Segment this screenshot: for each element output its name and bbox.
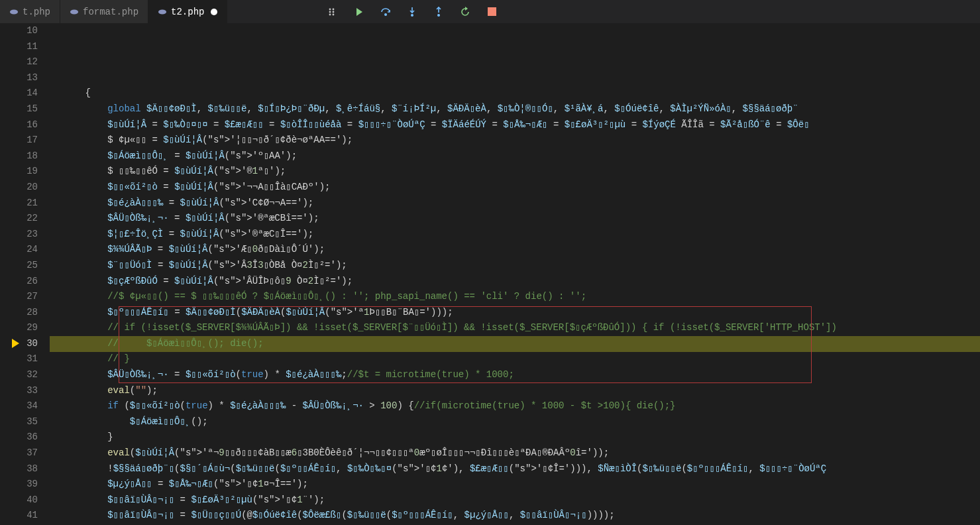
svg-point-5 xyxy=(329,13,331,15)
gutter: 1011121314151617181920212223242526272829… xyxy=(0,23,50,525)
tab-label: t2.php xyxy=(171,7,204,17)
line-number: 23 xyxy=(0,227,38,243)
php-icon xyxy=(9,7,19,17)
code-line[interactable]: $▯º▯▯▯ÁÊ▯í▯ = $Ä▯▯¢øÐ▯Ì($ÄÐÄ▯èÀ($▯ùÚí¦Â(… xyxy=(63,305,980,321)
svg-point-1 xyxy=(70,9,78,14)
step-over-icon[interactable] xyxy=(380,6,392,18)
code-line[interactable]: $▯ùÚí¦Â = $▯‰Ò▯¤▯¤ = $£æ▯Æ▯▯ = $▯òÎÎ▯▯ùé… xyxy=(63,117,980,133)
dirty-indicator-icon xyxy=(211,9,217,15)
line-number: 11 xyxy=(0,39,38,55)
code-line[interactable]: // } xyxy=(63,351,980,367)
line-number: 15 xyxy=(0,101,38,117)
line-number: 36 xyxy=(0,430,38,445)
line-number: 22 xyxy=(0,211,38,227)
code-line[interactable]: $µ¿ý▯Å▯▯ = $▯Å‰¬▯Æ▯("s">'▯¢1¤¬Î=='); xyxy=(63,477,980,493)
code-line[interactable]: $▯é¿àÀ▯▯▯‰ = $▯ùÚí¦Â("s">'C¢Ø¬¬A=='); xyxy=(63,196,980,211)
line-number: 16 xyxy=(0,117,38,133)
code-line[interactable]: global $Ä▯▯¢øÐ▯Ì, $▯‰ü▯▯ë, $▯Í▯Þ¿Þ▯¨ðÐµ,… xyxy=(63,101,980,117)
tab-label: format.php xyxy=(83,7,138,17)
svg-point-3 xyxy=(329,8,331,10)
svg-point-10 xyxy=(411,14,413,17)
line-number: 17 xyxy=(0,133,38,148)
code-line[interactable]: $ÂÜ▯Òß‰¡¸¬· = $▯▯«õí²▯ò(true) * $▯é¿àÀ▯▯… xyxy=(63,367,980,383)
code-line[interactable]: { xyxy=(63,86,980,101)
line-number: 21 xyxy=(0,196,38,211)
editor: 1011121314151617181920212223242526272829… xyxy=(0,23,980,525)
line-number: 38 xyxy=(0,461,38,477)
line-number: 35 xyxy=(0,414,38,430)
line-number: 29 xyxy=(0,320,38,336)
line-number: 39 xyxy=(0,477,38,493)
line-number: 40 xyxy=(0,493,38,508)
code-area[interactable]: { global $Ä▯▯¢øÐ▯Ì, $▯‰ü▯▯ë, $▯Í▯Þ¿Þ▯¨ðÐ… xyxy=(50,23,980,525)
svg-point-11 xyxy=(437,14,440,17)
line-number: 20 xyxy=(0,180,38,196)
line-number: 37 xyxy=(0,445,38,461)
code-line[interactable]: $¾¾ÚÂÃ▯Þ = $▯ùÚí¦Â("s">'Æ▯0ð▯Dàì▯Ô´Ú'); xyxy=(63,242,980,258)
current-line-icon xyxy=(12,339,19,348)
code-line[interactable]: $ ¢µ«▯▯ = $▯ùÚí¦Â("s">'¦▯▯¬▯ð´▯¢ðè¬øªAA=… xyxy=(63,133,980,148)
line-number: 25 xyxy=(0,258,38,274)
line-number: 19 xyxy=(0,164,38,180)
line-number: 27 xyxy=(0,289,38,305)
step-out-icon[interactable] xyxy=(433,6,445,18)
svg-point-7 xyxy=(333,11,335,13)
grip-icon[interactable] xyxy=(327,6,339,18)
code-line[interactable]: //$ ¢µ«▯▯() == $ ▯▯‰▯▯▯êÓ ? $▯Áöæì▯▯Ô▯¸(… xyxy=(63,289,980,305)
code-line[interactable]: } xyxy=(63,430,980,445)
code-line[interactable]: $¦▯£÷Îö¸ÇÌ = $▯ùÚí¦Â("s">'®ªæC▯Î=='); xyxy=(63,227,980,243)
line-number: 24 xyxy=(0,242,38,258)
line-number: 18 xyxy=(0,148,38,164)
svg-point-6 xyxy=(333,8,335,10)
line-number: 34 xyxy=(0,398,38,414)
code-line[interactable]: $ÂÜ▯Òß‰¡¸¬· = $▯ùÚí¦Â("s">'®ªæCBî=='); xyxy=(63,211,980,227)
step-into-icon[interactable] xyxy=(406,6,418,18)
code-line[interactable]: $¨▯▯Üó▯Ì = $▯ùÚí¦Â("s">'Â3Î3▯ÒBå Ò¤2Ì▯²=… xyxy=(63,258,980,274)
line-number: 32 xyxy=(0,367,38,383)
code-line[interactable]: if ($▯▯«õí²▯ò(true) * $▯é¿àÀ▯▯▯‰ - $ÂÜ▯Ò… xyxy=(63,398,980,414)
debug-toolbar xyxy=(327,6,498,18)
svg-point-8 xyxy=(333,13,335,15)
line-number: 14 xyxy=(0,86,38,101)
code-line[interactable]: // if (!isset($_SERVER[$¾¾ÚÂÃ▯Þ]) && !is… xyxy=(63,320,980,336)
stop-icon[interactable] xyxy=(486,6,498,18)
tab-tphp[interactable]: t.php xyxy=(0,0,60,23)
play-icon[interactable] xyxy=(353,6,365,18)
code-line[interactable]: $▯Áöæì▯▯Ô▯¸ = $▯ùÚí¦Â("s">'º▯AA'); xyxy=(63,148,980,164)
restart-icon[interactable] xyxy=(459,6,471,18)
line-number: 28 xyxy=(0,305,38,321)
code-line[interactable]: $▯Áöæì▯▯Ô▯¸(); xyxy=(63,414,980,430)
line-number: 33 xyxy=(0,383,38,399)
svg-point-0 xyxy=(10,9,18,14)
tab-label: t.php xyxy=(23,7,50,17)
code-line[interactable]: $▯çÆºßÐûÓ = $▯ùÚí¦Â("s">'ÂÜÎÞ▯ô▯9 Ò¤2Ì▯²… xyxy=(63,274,980,290)
line-number: 12 xyxy=(0,54,38,70)
php-icon xyxy=(70,7,79,17)
line-number: 10 xyxy=(0,23,38,39)
line-number: 26 xyxy=(0,274,38,290)
line-number: 13 xyxy=(0,70,38,86)
code-line[interactable]: $▯▯âï▯ÙÂ▯¬¡▯ = $▯£øÄ³▯²▯µù("s">'▯¢1¨'); xyxy=(63,493,980,508)
php-icon xyxy=(158,7,167,17)
code-line[interactable]: // $▯Áöæì▯▯Ô▯¸(); die(); xyxy=(63,336,980,352)
tab-t2php[interactable]: t2.php xyxy=(148,0,227,23)
code-line[interactable]: $▯▯«õí²▯ò = $▯ùÚí¦Â("s">'¬¬A▯▯Îà▯CAÐº'); xyxy=(63,180,980,196)
line-number: 41 xyxy=(0,508,38,524)
code-line[interactable]: !$§§äá▯øðþ¨▯($§▯´▯Á▯ù¬($▯‰ü▯▯ë($▯º▯▯ÁÊ▯í… xyxy=(63,461,980,477)
code-line[interactable]: eval($▯ùÚí¦Â("s">'ª¬9▯▯ð▯▯▯¢àB▯▯æ6▯3B0ÈÔ… xyxy=(63,445,980,461)
svg-point-2 xyxy=(158,9,166,14)
code-line[interactable]: $▯▯âï▯ÙÂ▯¬¡▯ = $▯Ü▯▯ç▯▯Ú(@$▯Óúë¢îê($Ôëæ£… xyxy=(63,508,980,524)
svg-point-9 xyxy=(384,13,387,16)
code-line[interactable]: $ ▯▯‰▯▯êÓ = $▯ùÚí¦Â("s">'®1ª▯'); xyxy=(63,164,980,180)
tab-formatphp[interactable]: format.php xyxy=(60,0,148,23)
code-line[interactable]: eval(""); xyxy=(63,383,980,399)
tabs-bar: t.php format.php t2.php xyxy=(0,0,980,23)
svg-point-4 xyxy=(329,11,331,13)
line-number: 31 xyxy=(0,351,38,367)
